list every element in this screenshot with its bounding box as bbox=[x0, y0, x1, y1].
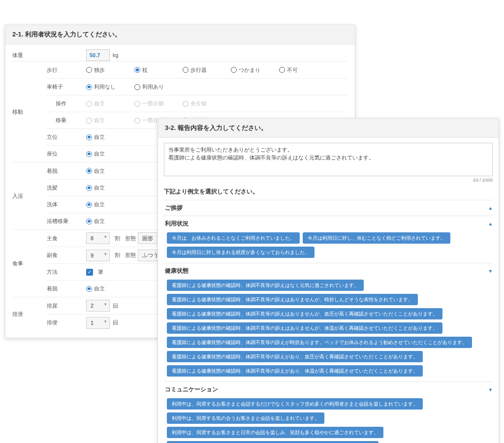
radio-icon bbox=[183, 67, 189, 73]
radio-option[interactable]: 自立 bbox=[86, 167, 131, 175]
stool-value-select[interactable]: 1 bbox=[86, 317, 110, 329]
accordion-title: コミュニケーション bbox=[165, 386, 218, 393]
example-chip[interactable]: 看護師による健康状態の確認時、体調不良等の訴えがあり、血圧が高く再確認させていた… bbox=[167, 351, 423, 362]
accordion-title: 利用状況 bbox=[165, 220, 189, 227]
sublabel: 着脱 bbox=[47, 167, 86, 175]
radio-option[interactable]: 杖 bbox=[134, 66, 180, 74]
radio-option[interactable]: 独歩 bbox=[86, 66, 131, 74]
radio-label: 自立 bbox=[94, 167, 105, 175]
radio-label: 独歩 bbox=[94, 66, 105, 74]
radio-icon bbox=[86, 286, 92, 292]
sublabel: 座位 bbox=[47, 150, 86, 158]
radio-option[interactable]: 自立 bbox=[86, 218, 131, 225]
chevron-up-icon: ▴ bbox=[489, 205, 492, 211]
radio-label: 自立 bbox=[94, 150, 105, 158]
radio-icon bbox=[86, 185, 92, 191]
radio-option[interactable]: 歩行器 bbox=[183, 66, 228, 74]
sublabel: 洗髪 bbox=[47, 184, 86, 191]
chevron-down-icon: ▾ bbox=[489, 268, 492, 274]
example-chip[interactable]: 利用中は、他のお客さまと会話を楽しまれ、テレビ等を鑑賞し穏やかに過ごされています… bbox=[167, 441, 378, 443]
chip-list: 看護師による健康状態の確認時、体調不良等の訴えはなく元気に過ごされています。看護… bbox=[164, 279, 493, 381]
accordion-header[interactable]: 健康状態▾ bbox=[164, 263, 493, 279]
radio-label: 自立 bbox=[94, 184, 105, 191]
sublabel: 移乗 bbox=[47, 117, 86, 124]
example-chip[interactable]: 看護師による健康状態の確認時、体調不良等の訴えはありませんが、血圧が高く再確認さ… bbox=[167, 308, 442, 319]
radio-label: 自立 bbox=[94, 133, 105, 141]
chevron-down-icon: ▾ bbox=[489, 387, 492, 392]
radio-option: 全介助 bbox=[183, 100, 228, 107]
radio-option[interactable]: 不可 bbox=[279, 66, 324, 74]
weight-input[interactable] bbox=[86, 49, 110, 61]
sublabel: 操作 bbox=[47, 100, 86, 107]
example-accordion: ご挨拶▴利用状況▴今月は、お休みされることなくご利用されていました。今月は利用日… bbox=[164, 200, 493, 443]
chevron-up-icon: ▴ bbox=[489, 221, 492, 226]
side-value-select[interactable]: 9 bbox=[86, 250, 110, 261]
example-header: 下記より例文を選択してください。 bbox=[164, 188, 493, 196]
radio-icon bbox=[183, 101, 189, 107]
chip-list: 利用中は、同席するお客さまと会話するだけでなくスタッフ含め多くの利用者さまと会話… bbox=[164, 397, 493, 443]
radio-label: 全介助 bbox=[190, 100, 207, 107]
radio-option[interactable]: 自立 bbox=[86, 133, 131, 141]
example-chip[interactable]: 看護師による健康状態の確認時、体調不良等の訴えがあり、体温が高く再確認させていた… bbox=[167, 365, 423, 377]
report-textarea[interactable]: 当事業所をご利用いただきありがとうございます。 看護師による健康状態の確認時、体… bbox=[164, 143, 493, 176]
radio-icon bbox=[231, 67, 237, 73]
radio-icon bbox=[86, 67, 92, 73]
radio-icon bbox=[279, 67, 285, 73]
radio-label: 自立 bbox=[94, 201, 105, 208]
accordion-title: ご挨拶 bbox=[165, 204, 183, 212]
example-chip[interactable]: 今月は利用日に対し休まれる頻度が多くなっておられました。 bbox=[167, 247, 315, 258]
example-chip[interactable]: 看護師による健康状態の確認時、体調不良等の訴えはありませんが、時折しんどそうな表… bbox=[167, 294, 418, 305]
radio-label: 一部介助 bbox=[142, 100, 164, 107]
accordion-header[interactable]: ご挨拶▴ bbox=[164, 200, 493, 216]
row-wheelchair: 車椅子利用なし利用あり bbox=[47, 78, 348, 95]
example-chip[interactable]: 看護師による健康状態の確認時、体調不良等の訴えはなく元気に過ごされています。 bbox=[167, 280, 364, 291]
radio-icon bbox=[86, 118, 92, 124]
radio-icon bbox=[86, 101, 92, 107]
urine-value-select[interactable]: 2 bbox=[86, 300, 110, 312]
radio-option: 自立 bbox=[86, 100, 131, 107]
accordion-header[interactable]: コミュニケーション▾ bbox=[164, 382, 493, 397]
example-chip[interactable]: 看護師による健康状態の確認時、体調不良等の訴えが時折あります。ベッドでお休みされ… bbox=[167, 337, 472, 348]
example-chip[interactable]: 利用中は、同席するお客さまと会話するだけでなくスタッフ含め多くの利用者さまと会話… bbox=[167, 398, 423, 410]
sublabel: 浴槽移乗 bbox=[47, 218, 86, 225]
excretion-label: 排泄 bbox=[12, 297, 47, 331]
sublabel: 歩行 bbox=[47, 66, 86, 74]
accordion-section: 健康状態▾看護師による健康状態の確認時、体調不良等の訴えはなく元気に過ごされてい… bbox=[164, 263, 493, 381]
radio-option[interactable]: 自立 bbox=[86, 184, 131, 191]
example-chip[interactable]: 看護師による健康状態の確認時、体調不良等の訴えはありませんが、体温が高く再確認さ… bbox=[167, 322, 442, 334]
radio-label: 歩行器 bbox=[190, 66, 207, 74]
row-operate: 操作自立一部介助全介助 bbox=[47, 95, 348, 112]
method-checkbox[interactable]: ✓ bbox=[86, 269, 93, 276]
radio-option[interactable]: 利用あり bbox=[134, 83, 180, 91]
report-panel: 3-2. 報告内容を入力してください。 当事業所をご利用いただきありがとうござい… bbox=[158, 118, 499, 443]
radio-option[interactable]: 自立 bbox=[86, 285, 131, 292]
radio-option[interactable]: つかまり bbox=[231, 66, 276, 74]
radio-label: 利用あり bbox=[142, 83, 164, 91]
radio-option[interactable]: 利用なし bbox=[86, 83, 131, 91]
sublabel: 車椅子 bbox=[47, 83, 86, 91]
radio-icon bbox=[86, 168, 92, 174]
stool-label: 排便 bbox=[47, 319, 86, 326]
staple-value-select[interactable]: 8 bbox=[86, 232, 110, 244]
radio-option[interactable]: 自立 bbox=[86, 201, 131, 208]
urine-label: 排尿 bbox=[47, 302, 86, 310]
section-title-2-1: 2-1. 利用者状況を入力してください。 bbox=[5, 25, 355, 44]
method-label: 方法 bbox=[47, 268, 86, 276]
example-chip[interactable]: 利用中は、同席するお客さまと日常の会話を楽しみ、笑顔も多く穏やかに過ごされていま… bbox=[167, 427, 383, 438]
section-title-3-2: 3-2. 報告内容を入力してください。 bbox=[158, 119, 499, 138]
example-chip[interactable]: 利用中は、同席する気の合うお客さまと会話を楽しまれています。 bbox=[167, 412, 324, 424]
example-chip[interactable]: 今月は利用日に対し、休むことなく殆どご利用されています。 bbox=[303, 232, 450, 244]
accordion-section: コミュニケーション▾利用中は、同席するお客さまと会話するだけでなくスタッフ含め多… bbox=[164, 381, 493, 443]
radio-label: 杖 bbox=[142, 66, 148, 74]
radio-icon bbox=[134, 67, 140, 73]
weight-label: 体重 bbox=[12, 49, 47, 61]
radio-label: 自立 bbox=[94, 285, 105, 292]
accordion-section: ご挨拶▴ bbox=[164, 200, 493, 216]
example-chip[interactable]: 今月は、お休みされることなくご利用されていました。 bbox=[167, 232, 300, 244]
accordion-header[interactable]: 利用状況▴ bbox=[164, 216, 493, 231]
accordion-title: 健康状態 bbox=[165, 267, 189, 275]
meal-label: 食事 bbox=[12, 230, 47, 297]
radio-icon bbox=[86, 84, 92, 90]
radio-option[interactable]: 自立 bbox=[86, 150, 131, 158]
radio-icon bbox=[134, 101, 140, 107]
